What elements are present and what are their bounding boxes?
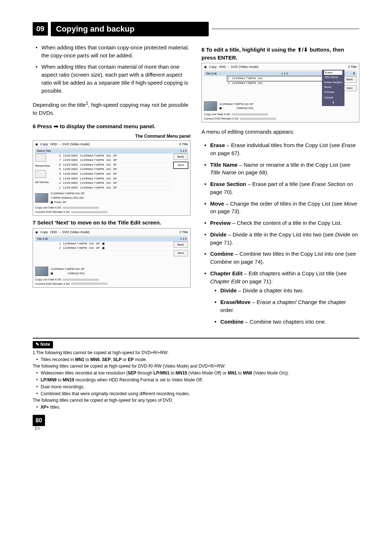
down-arrow-icon: ⬇ [324, 100, 342, 105]
next-button[interactable]: Next [342, 85, 357, 92]
up-arrow-icon: ⬆ [353, 72, 355, 76]
depending-note: Depending on the title1, high-speed copy… [33, 100, 191, 117]
thumbnail [35, 267, 48, 276]
chapter-number: 09 [33, 22, 48, 36]
next-button[interactable]: Next [173, 250, 188, 256]
step-7: 7 Select ‘Next’ to move on to the Title … [33, 219, 191, 227]
menu-intro: A menu of editing commands appears: [201, 128, 359, 136]
figure-command-menu: ◉ Copy HDD → DVD (Video mode) 8 Title Se… [33, 140, 191, 216]
figure-edit-menu: ◉ Copy HDD → DVD (Video mode) 2 Title Ti… [201, 63, 359, 122]
command-popup[interactable]: Erase Title Name Erase Section Move Prev… [322, 70, 344, 106]
bullet: When adding titles that contain copy-onc… [38, 44, 191, 60]
note-label: Note [33, 341, 53, 348]
step-8: 8 To edit a title, highlight it using th… [201, 46, 359, 62]
disc-icon: ◉ [35, 230, 38, 235]
chapter-title: Copying and backup [51, 22, 209, 36]
genre-icon [35, 170, 46, 178]
language-label: En [35, 425, 359, 432]
left-column: When adding titles that contain copy-onc… [33, 44, 191, 329]
disc-icon: ◉ [204, 65, 207, 69]
header-rule [212, 29, 359, 29]
right-arrow-icon: ➡ [54, 123, 58, 129]
page-number: 80 [33, 415, 45, 426]
footnote: 1 The following titles cannot be copied … [33, 350, 359, 410]
thumbnail [35, 193, 48, 203]
page-footer: 80 [33, 415, 359, 426]
command-descriptions: Erase – Erase individual titles from the… [201, 141, 359, 325]
next-button[interactable]: Next [173, 162, 188, 169]
step-6: 6 Press ➡ to display the command menu pa… [33, 122, 191, 130]
right-column: 8 To edit a title, highlight it using th… [201, 44, 359, 329]
disc-icon: ◉ [35, 142, 38, 147]
bullet: When adding titles that contain material… [38, 63, 191, 94]
figure-caption: The Command Menu panel [33, 133, 191, 139]
note-divider [33, 338, 359, 339]
chapter-header: 09 Copying and backup [33, 22, 359, 36]
back-button[interactable]: Back [173, 242, 188, 248]
back-button[interactable]: Back [342, 76, 357, 83]
figure-title-edit: ◉ Copy HDD → DVD (Video mode) 2 Title Ti… [33, 228, 191, 288]
thumbnail [204, 101, 217, 111]
thumb-icon [35, 154, 46, 162]
back-button[interactable]: Back [173, 154, 188, 160]
manual-page: 09 Copying and backup When adding titles… [0, 0, 392, 446]
up-down-icon: ⬆/⬇ [297, 46, 308, 53]
